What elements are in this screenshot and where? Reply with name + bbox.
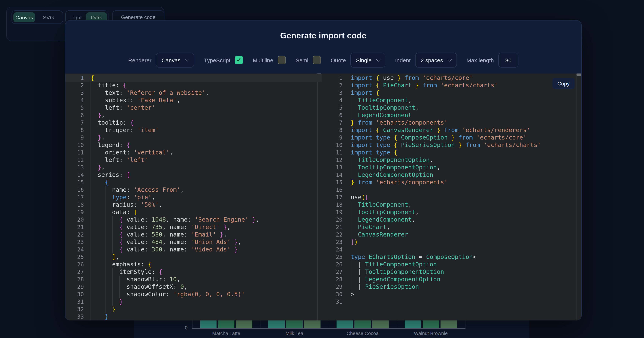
indent-guide <box>105 246 112 253</box>
quote-select-value: Single <box>356 57 372 63</box>
line-number: 7 <box>65 119 84 127</box>
code-line: 10 legend: { <box>65 141 322 149</box>
code-line: 7 tooltip: { <box>65 119 322 127</box>
indent-guide <box>112 298 120 305</box>
code-line: 31 } <box>65 298 322 305</box>
quote-select[interactable]: Single <box>350 53 385 68</box>
line-number: 10 <box>322 141 342 149</box>
modal-title: Generate import code <box>65 21 582 41</box>
code-line: 7} from 'echarts/components' <box>322 119 582 127</box>
code-line: 13 TooltipComponentOption, <box>322 164 582 171</box>
line-number: 8 <box>65 127 84 134</box>
line-number: 12 <box>322 156 342 164</box>
chart-bar <box>336 320 353 328</box>
code-line: 28 shadowBlur: 10, <box>65 276 322 283</box>
indent-guide <box>98 186 105 194</box>
line-number: 29 <box>322 283 342 291</box>
indent-guide <box>351 209 358 216</box>
indent-guide <box>98 89 105 97</box>
indent-guide <box>112 216 120 223</box>
code-line: 20 { value: 1048, name: 'Search Engine' … <box>65 216 322 223</box>
indent-guide <box>98 305 105 313</box>
code-line: 23]) <box>322 238 582 246</box>
code-line: 13 }, <box>65 164 322 171</box>
indent-guide <box>90 276 98 283</box>
line-number: 18 <box>322 201 342 209</box>
line-number: 14 <box>322 171 342 179</box>
code-line: 30> <box>322 291 582 298</box>
line-number: 23 <box>322 238 342 246</box>
generated-import-code-panel[interactable]: Copy 1import { use } from 'echarts/core'… <box>322 74 582 320</box>
indent-guide <box>105 283 112 291</box>
code-panels: 1{2 title: {3 text: 'Referer of a Websit… <box>65 74 582 320</box>
chart-bar <box>405 320 421 328</box>
chart-bar <box>372 320 389 328</box>
line-number: 1 <box>322 74 342 82</box>
line-number: 10 <box>65 141 84 149</box>
indent-guide <box>105 238 112 246</box>
indent-select-value: 2 spaces <box>420 57 443 63</box>
indent-guide <box>112 231 120 238</box>
code-line: 27 itemStyle: { <box>65 268 322 276</box>
indent-guide <box>90 186 98 194</box>
line-number: 11 <box>65 149 84 156</box>
renderer-svg-button[interactable]: SVG <box>36 12 60 22</box>
code-line: 11 orient: 'vertical', <box>65 149 322 156</box>
line-number: 4 <box>322 97 342 104</box>
indent-guide <box>90 104 98 112</box>
line-number: 1 <box>65 74 84 82</box>
line-number: 25 <box>65 253 84 261</box>
indent-guide <box>105 276 112 283</box>
chart-gridline <box>397 320 397 328</box>
indent-guide <box>90 305 98 313</box>
typescript-checkbox[interactable]: ✓ <box>235 56 243 64</box>
indent-guide <box>90 261 98 268</box>
indent-guide <box>90 89 98 97</box>
indent-guide <box>98 246 105 253</box>
line-number: 26 <box>322 261 342 268</box>
indent-guide <box>98 127 105 134</box>
code-line: 14 series: [ <box>65 171 322 179</box>
code-line: 3import { <box>322 89 582 97</box>
indent-select[interactable]: 2 spaces <box>415 53 457 68</box>
indent-guide <box>90 156 98 164</box>
renderer-canvas-button[interactable]: Canvas <box>14 12 35 22</box>
line-number: 30 <box>65 291 84 298</box>
code-line: 14 LegendComponentOption <box>322 171 582 179</box>
line-number: 19 <box>65 209 84 216</box>
indent-guide <box>90 313 98 320</box>
code-line: 25 ], <box>65 253 322 261</box>
line-number: 19 <box>322 209 342 216</box>
indent-guide <box>98 97 105 104</box>
code-line: 30 shadowColor: 'rgba(0, 0, 0, 0.5)' <box>65 291 322 298</box>
indent-guide <box>351 268 358 276</box>
option-code-editor[interactable]: 1{2 title: {3 text: 'Referer of a Websit… <box>65 74 322 320</box>
code-line: 17use([ <box>322 194 582 201</box>
line-number: 3 <box>65 89 84 97</box>
indent-guide <box>112 223 120 231</box>
line-number: 5 <box>65 104 84 112</box>
renderer-select[interactable]: Canvas <box>156 53 194 68</box>
indent-guide <box>90 253 98 261</box>
multiline-checkbox[interactable] <box>278 56 286 64</box>
indent-guide <box>351 261 358 268</box>
indent-guide <box>105 216 112 223</box>
modal-toolbar: Renderer Canvas TypeScript ✓ Multiline S… <box>65 53 582 68</box>
indent-guide <box>119 276 126 283</box>
indent-guide <box>98 291 105 298</box>
code-line: 29 | PieSeriesOption <box>322 283 582 291</box>
indent-guide <box>112 283 120 291</box>
indent-guide <box>98 268 105 276</box>
indent-guide <box>90 216 98 223</box>
chart-category-label: Cheese Cocoa <box>333 330 392 336</box>
code-line: 12 left: 'left' <box>65 156 322 164</box>
code-line: 16 name: 'Access From', <box>65 186 322 194</box>
code-line: 4 subtext: 'Fake Data', <box>65 97 322 104</box>
code-line: 26 | TitleComponentOption <box>322 261 582 268</box>
indent-guide <box>351 112 358 119</box>
max-length-input[interactable]: 80 <box>498 53 518 68</box>
semi-checkbox[interactable] <box>313 56 321 64</box>
line-number: 16 <box>65 186 84 194</box>
indent-guide <box>98 253 105 261</box>
chart-category-label: Milk Tea <box>264 330 324 336</box>
